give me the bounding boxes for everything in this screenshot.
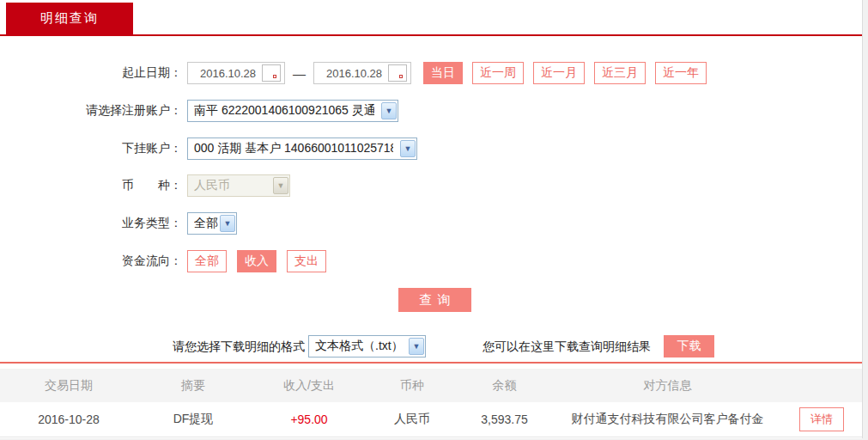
- tab-detail-query[interactable]: 明细查询: [6, 3, 133, 34]
- detail-button[interactable]: 详情: [799, 407, 844, 431]
- col-header-summary: 摘要: [137, 378, 249, 394]
- start-date-input[interactable]: 2016.10.28: [187, 62, 285, 84]
- sub-account-select[interactable]: 000 活期 基本户 1406600101102571848 ▼: [187, 138, 417, 160]
- register-account-row: 请选择注册账户： 南平 6222001406100921065 灵通卡 ▼: [0, 100, 398, 122]
- chevron-down-icon: ▼: [220, 215, 235, 232]
- table-row: 2016-10-28 DF提现 +95.00 人民币 3,593.75 财付通支…: [0, 402, 862, 437]
- cell-amount: +95.00: [249, 412, 369, 426]
- col-header-income-expense: 收入/支出: [249, 378, 369, 394]
- end-date-value: 2016.10.28: [326, 67, 382, 80]
- currency-value: 人民币: [194, 178, 266, 193]
- quick-btn-last-week[interactable]: 近一周: [472, 62, 524, 84]
- date-range-separator: —: [293, 66, 306, 81]
- quick-btn-last-year[interactable]: 近一年: [655, 62, 707, 84]
- download-format-value: 文本格式（.txt）: [315, 339, 402, 354]
- quick-btn-last-3-months[interactable]: 近三月: [594, 62, 646, 84]
- register-account-select[interactable]: 南平 6222001406100921065 灵通卡 ▼: [187, 100, 398, 122]
- register-account-label: 请选择注册账户：: [0, 103, 182, 119]
- query-button[interactable]: 查询: [398, 288, 471, 312]
- tab-underline: [0, 34, 862, 36]
- tab-label: 明细查询: [40, 10, 99, 27]
- quick-btn-last-month[interactable]: 近一月: [533, 62, 585, 84]
- calendar-icon[interactable]: [388, 64, 407, 82]
- business-type-value: 全部: [194, 216, 218, 231]
- table-top-divider: [0, 362, 862, 364]
- download-format-label: 请您选择下载明细的格式: [0, 335, 305, 358]
- business-type-label: 业务类型：: [0, 216, 182, 231]
- fund-flow-all-button[interactable]: 全部: [187, 250, 227, 272]
- chevron-down-icon: ▼: [409, 338, 424, 355]
- download-format-select[interactable]: 文本格式（.txt） ▼: [308, 335, 426, 358]
- chevron-down-icon: ▼: [273, 177, 288, 194]
- quick-btn-today[interactable]: 当日: [423, 62, 463, 84]
- fund-flow-income-button[interactable]: 收入: [237, 250, 276, 272]
- fund-flow-row: 资金流向： 全部 收入 支出: [0, 250, 337, 272]
- currency-label: 币 种：: [0, 178, 182, 193]
- calendar-icon[interactable]: [262, 64, 281, 82]
- date-range-row: 起止日期： 2016.10.28 — 2016.10.28 当日 近一周 近一月…: [0, 62, 716, 84]
- sub-account-label: 下挂账户：: [0, 141, 182, 156]
- chevron-down-icon: ▼: [381, 102, 397, 119]
- col-header-counterparty: 对方信息: [554, 378, 781, 394]
- cell-trade-date: 2016-10-28: [0, 412, 137, 426]
- start-date-value: 2016.10.28: [200, 67, 256, 80]
- cell-summary: DF提现: [137, 412, 249, 427]
- col-header-currency: 币种: [369, 378, 455, 394]
- cell-balance: 3,593.75: [455, 412, 554, 426]
- col-header-trade-date: 交易日期: [0, 378, 137, 394]
- end-date-input[interactable]: 2016.10.28: [313, 62, 411, 84]
- date-range-label: 起止日期：: [0, 65, 182, 81]
- sub-account-row: 下挂账户： 000 活期 基本户 1406600101102571848 ▼: [0, 138, 417, 160]
- col-header-balance: 余额: [455, 378, 554, 394]
- detail-query-panel: 明细查询 起止日期： 2016.10.28 — 2016.10.28 当日 近一…: [0, 0, 863, 438]
- currency-select: 人民币 ▼: [187, 174, 290, 197]
- fund-flow-expense-button[interactable]: 支出: [287, 250, 326, 272]
- cell-currency: 人民币: [369, 412, 455, 427]
- quick-date-buttons: 当日 近一周 近一月 近三月 近一年: [423, 62, 716, 84]
- currency-row: 币 种： 人民币 ▼: [0, 174, 290, 197]
- download-button[interactable]: 下载: [664, 335, 714, 358]
- sub-account-value: 000 活期 基本户 1406600101102571848: [194, 141, 393, 156]
- business-type-select[interactable]: 全部 ▼: [187, 212, 237, 235]
- register-account-value: 南平 6222001406100921065 灵通卡: [194, 103, 374, 119]
- chevron-down-icon: ▼: [400, 140, 416, 157]
- cell-counterparty: 财付通支付科技有限公司客户备付金: [554, 412, 781, 427]
- download-hint-text: 您可以在这里下载查询明细结果: [483, 335, 651, 358]
- business-type-row: 业务类型： 全部 ▼: [0, 212, 237, 235]
- fund-flow-label: 资金流向：: [0, 254, 182, 269]
- fund-flow-buttons: 全部 收入 支出: [187, 250, 337, 272]
- table-header-row: 交易日期 摘要 收入/支出 币种 余额 对方信息: [0, 369, 862, 402]
